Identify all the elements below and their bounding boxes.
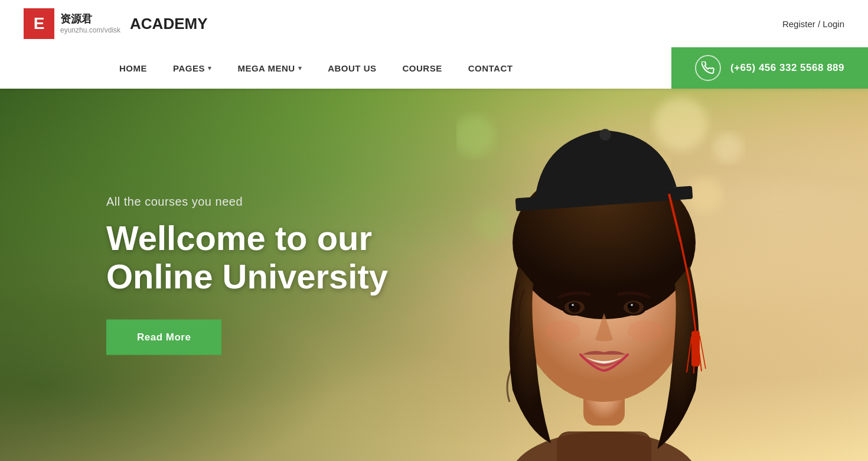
svg-point-25: [572, 304, 574, 306]
nav-item-home[interactable]: HOME: [106, 47, 160, 89]
nav-bar: HOME PAGES ▾ MEGA MENU ▾ ABOUT US COURSE…: [0, 47, 868, 89]
svg-point-5: [475, 208, 508, 241]
logo-chinese-text: 资源君: [60, 13, 120, 26]
mega-menu-chevron-icon: ▾: [298, 64, 302, 72]
logo-area: E 资源君 eyunzhu.com/vdisk ACADEMY: [24, 8, 208, 39]
svg-point-3: [713, 133, 743, 163]
logo-academy-text: ACADEMY: [130, 15, 207, 33]
hero-person-figure: [427, 89, 781, 461]
logo-text-area: 资源君 eyunzhu.com/vdisk: [60, 13, 120, 34]
svg-point-30: [631, 304, 633, 306]
pages-chevron-icon: ▾: [208, 64, 212, 72]
phone-icon: [695, 55, 721, 81]
svg-point-0: [654, 98, 707, 151]
logo-url-text: eyunzhu.com/vdisk: [60, 26, 120, 34]
top-bar: E 资源君 eyunzhu.com/vdisk ACADEMY Register…: [0, 0, 868, 47]
nav-item-course[interactable]: COURSE: [390, 47, 455, 89]
nav-item-about-us[interactable]: ABOUT US: [315, 47, 389, 89]
hero-content: All the courses you need Wellcome to our…: [106, 195, 388, 355]
register-login-link[interactable]: Register / Login: [782, 19, 844, 29]
read-more-button[interactable]: Read More: [106, 319, 221, 355]
svg-line-18: [694, 337, 694, 374]
svg-point-32: [628, 320, 663, 342]
svg-point-12: [599, 129, 611, 141]
hero-section: All the courses you need Wellcome to our…: [0, 89, 868, 461]
hero-title: Wellcome to our Online University: [106, 219, 388, 296]
nav-item-pages[interactable]: PAGES ▾: [160, 47, 224, 89]
phone-number-text: (+65) 456 332 5568 889: [730, 62, 844, 74]
svg-point-31: [545, 320, 580, 342]
nav-item-contact[interactable]: CONTACT: [455, 47, 526, 89]
nav-items: HOME PAGES ▾ MEGA MENU ▾ ABOUT US COURSE…: [0, 47, 671, 89]
svg-point-4: [456, 115, 495, 157]
phone-area: (+65) 456 332 5568 889: [671, 47, 868, 89]
hero-subtitle: All the courses you need: [106, 195, 388, 209]
svg-rect-7: [557, 431, 651, 461]
nav-item-mega-menu[interactable]: MEGA MENU ▾: [224, 47, 315, 89]
logo-icon: E: [24, 8, 54, 39]
